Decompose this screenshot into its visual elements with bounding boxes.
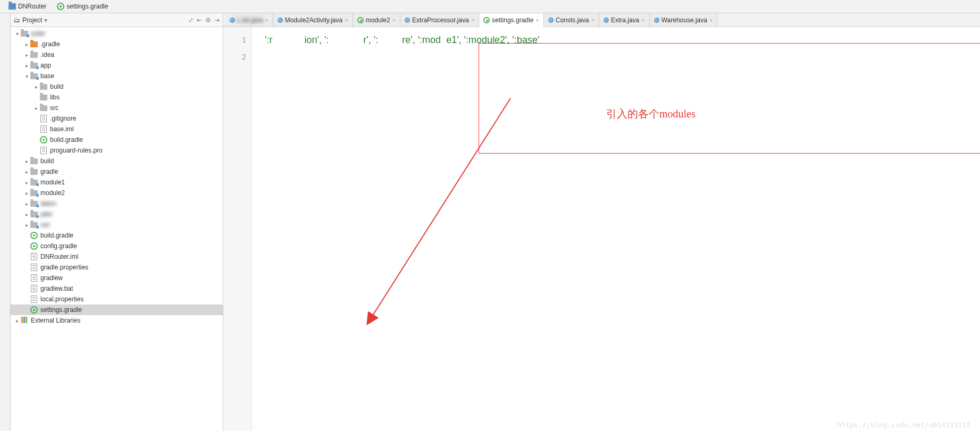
autoscroll-icon[interactable]: ⤢ (188, 16, 194, 24)
tree-row[interactable]: config.gradle (11, 241, 223, 251)
file-icon (39, 125, 48, 133)
expand-arrow-icon[interactable] (23, 201, 30, 207)
close-tab-icon[interactable]: × (392, 17, 396, 23)
expand-arrow-icon[interactable] (23, 52, 30, 58)
tree-label: gradlew (40, 274, 63, 282)
expand-arrow-icon[interactable] (23, 41, 30, 47)
tree-label: outer (31, 30, 45, 37)
editor-tab[interactable]: CConsts.java× (544, 13, 599, 27)
expand-arrow-icon[interactable] (23, 190, 30, 196)
expand-arrow-icon[interactable] (23, 222, 30, 228)
tree-row[interactable]: src (11, 103, 223, 113)
tree-row[interactable]: .idea (11, 49, 223, 60)
project-folder-icon (9, 3, 16, 10)
tree-label: piler (40, 210, 53, 218)
view-dropdown-icon[interactable]: ▾ (44, 16, 47, 24)
java-class-icon: C (548, 18, 554, 23)
close-tab-icon[interactable]: × (591, 17, 594, 23)
tree-row[interactable]: app (11, 60, 223, 71)
tree-row[interactable]: tation (11, 198, 223, 209)
file-icon (30, 263, 38, 272)
module-icon (30, 199, 38, 208)
tree-label: tation (40, 200, 56, 207)
close-tab-icon[interactable]: × (535, 17, 539, 23)
expand-arrow-icon[interactable] (23, 180, 30, 185)
close-tab-icon[interactable]: × (709, 17, 713, 23)
project-tree[interactable]: outer.gradle.ideaappbasebuildlibssrc.git… (11, 27, 223, 431)
expand-arrow-icon[interactable] (33, 84, 39, 90)
expand-arrow-icon[interactable] (14, 318, 20, 324)
folder-icon (30, 157, 38, 165)
tree-row[interactable]: build.gradle (11, 134, 223, 145)
collapse-all-icon[interactable]: ⇤ (197, 16, 202, 24)
tree-row[interactable]: local.properties (11, 294, 223, 305)
editor-tab[interactable]: settings.gradle× (479, 13, 543, 27)
tree-row[interactable]: build.gradle (11, 230, 223, 241)
tree-row[interactable]: libs (11, 92, 223, 103)
editor-tab[interactable]: CL ter.java× (225, 13, 273, 27)
tree-row[interactable]: DNRouter.iml (11, 251, 223, 262)
file-icon (39, 114, 48, 123)
expand-arrow-icon[interactable] (23, 63, 30, 69)
folder-icon (39, 93, 48, 102)
tree-label: local.properties (40, 295, 83, 303)
settings-gear-icon[interactable]: ⚙ (205, 16, 211, 24)
module-icon (30, 72, 38, 80)
editor-tab[interactable]: CModule2Activity.java× (273, 13, 353, 27)
tree-row[interactable]: .gitignore (11, 113, 223, 124)
tree-label: External Libraries (31, 317, 80, 324)
tree-label: ore (40, 221, 49, 229)
module-icon (30, 189, 38, 197)
expand-arrow-icon[interactable] (23, 169, 30, 175)
tree-label: config.gradle (40, 242, 77, 250)
tab-label: Warehouse.java (661, 16, 707, 24)
expand-arrow-icon[interactable] (23, 73, 30, 79)
close-tab-icon[interactable]: × (345, 17, 348, 23)
folder-icon (30, 50, 38, 59)
hide-icon[interactable]: ⇥ (214, 16, 220, 24)
tree-row[interactable]: base (11, 71, 223, 81)
tree-row[interactable]: ore (11, 219, 223, 230)
editor-tab[interactable]: CExtra.java× (599, 13, 650, 27)
tree-row[interactable]: base.iml (11, 124, 223, 134)
tree-row[interactable]: build (11, 81, 223, 92)
tree-row[interactable]: gradle.properties (11, 262, 223, 273)
tool-window-bar[interactable] (0, 13, 11, 431)
tree-row[interactable]: piler (11, 209, 223, 219)
expand-arrow-icon[interactable] (14, 31, 20, 37)
expand-arrow-icon[interactable] (23, 212, 30, 217)
tree-row[interactable]: External Libraries (11, 315, 223, 326)
tree-row[interactable]: settings.gradle (11, 305, 223, 315)
breadcrumb-file[interactable]: settings.gradle (52, 0, 113, 13)
file-icon (30, 295, 38, 303)
editor-tab[interactable]: module2× (353, 13, 400, 27)
tree-row[interactable]: module2 (11, 188, 223, 198)
tree-row[interactable]: outer (11, 28, 223, 39)
editor-tab[interactable]: CExtraProcessor.java× (400, 13, 479, 27)
tree-row[interactable]: .gradle (11, 39, 223, 49)
expand-arrow-icon[interactable] (33, 105, 39, 111)
close-tab-icon[interactable]: × (265, 17, 268, 23)
close-tab-icon[interactable]: × (641, 17, 644, 23)
tab-label: Module2Activity.java (285, 16, 343, 24)
tree-label: build.gradle (50, 136, 83, 143)
tree-row[interactable]: module1 (11, 177, 223, 188)
tree-label: gradle (40, 168, 58, 175)
tree-row[interactable]: proguard-rules.pro (11, 145, 223, 156)
tree-label: .gitignore (50, 115, 76, 122)
breadcrumb-project[interactable]: DNRouter (3, 0, 52, 13)
tree-row[interactable]: gradlew.bat (11, 283, 223, 294)
breadcrumb-project-label: DNRouter (18, 3, 46, 10)
tab-label: module2 (366, 16, 390, 24)
tree-row[interactable]: build (11, 156, 223, 166)
tree-row[interactable]: gradle (11, 166, 223, 177)
java-class-icon: C (654, 18, 659, 23)
expand-arrow-icon[interactable] (23, 158, 30, 164)
project-view-icon: 🗂 (14, 16, 20, 24)
close-tab-icon[interactable]: × (471, 17, 474, 23)
java-class-icon: C (230, 18, 235, 23)
editor-tab[interactable]: CWarehouse.java× (650, 13, 718, 27)
project-title: Project (22, 16, 42, 24)
tree-row[interactable]: gradlew (11, 273, 223, 283)
code-area[interactable]: ':r ion', ': r', ': re', ':mod e1', ':mo… (252, 27, 980, 431)
